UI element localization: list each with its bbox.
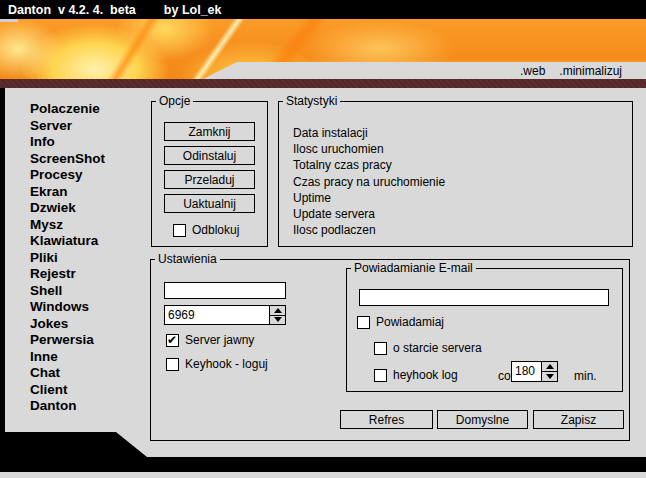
interval-spin-up-button[interactable] [542,362,557,372]
powiadamianie-groupbox: Powiadamianie E-mail Powiadamiaj o starc… [346,268,623,392]
odinstaluj-button[interactable]: Odinstaluj [164,146,255,165]
sidebar-item-chat[interactable]: Chat [30,365,105,382]
port-value[interactable]: 6969 [165,306,269,324]
powiadamiaj-checkbox-row: Powiadamiaj [357,315,444,329]
sidebar-item-polaczenie[interactable]: Polaczenie [30,101,105,118]
sidebar-item-shell[interactable]: Shell [30,283,105,300]
sidebar-item-jokes[interactable]: Jokes [30,316,105,333]
port-spin-buttons [269,306,285,324]
server-jawny-checkbox[interactable] [166,334,179,347]
stat-data-instalacji: Data instalacji [293,125,445,141]
zapisz-button[interactable]: Zapisz [533,410,624,429]
powiadamiaj-label: Powiadamiaj [376,315,444,329]
odblokuj-label: Odblokuj [192,223,239,237]
sidebar-item-windows[interactable]: Windows [30,299,105,316]
sidebar-item-perwersia[interactable]: Perwersia [30,332,105,349]
arrow-down-icon [546,374,554,379]
sidebar-item-ekran[interactable]: Ekran [30,184,105,201]
interval-value[interactable]: 180 [512,362,541,381]
heyhook-log-checkbox-row: heyhook log [374,368,458,382]
sidebar-item-inne[interactable]: Inne [30,349,105,366]
powiadamianie-groupbox-label: Powiadamianie E-mail [351,262,476,275]
zamknij-button[interactable]: Zamknij [164,122,255,141]
interval-spin-buttons [541,362,557,381]
arrow-up-icon [546,364,554,369]
interval-spin-down-button[interactable] [542,372,557,381]
app-author: by Lol_ek [164,3,222,17]
stat-czas-na-uruchomienie: Czas pracy na uruchomienie [293,174,445,190]
left-edge-decoration [0,88,5,432]
sidebar-item-klawiatura[interactable]: Klawiatura [30,233,105,250]
odblokuj-checkbox-row: Odblokuj [173,223,239,237]
o-starcie-checkbox-row: o starcie servera [374,341,482,355]
odblokuj-checkbox[interactable] [173,224,186,237]
sidebar-item-procesy[interactable]: Procesy [30,167,105,184]
sidebar-item-info[interactable]: Info [30,134,105,151]
stat-uptime: Uptime [293,190,445,206]
sidebar-item-pliki[interactable]: Pliki [30,250,105,267]
port-spin-down-button[interactable] [270,316,285,325]
danton-window: Danton v 4.2. 4. beta by Lol_ek .web .mi… [0,0,646,478]
przeladuj-button[interactable]: Przeladuj [164,170,255,189]
domyslne-button[interactable]: Domyslne [437,410,528,429]
app-title: Danton v 4.2. 4. beta [8,3,136,17]
keyhook-label: Keyhook - loguj [185,357,268,371]
banner-corner-notch [0,19,18,22]
heyhook-log-label: heyhook log [393,368,458,382]
uaktualnij-button[interactable]: Uaktualnij [164,194,255,213]
sidebar-item-rejestr[interactable]: Rejestr [30,266,105,283]
arrow-up-icon [274,308,282,313]
sidebar-item-client[interactable]: Client [30,382,105,399]
opcje-groupbox-label: Opcje [156,95,193,108]
stat-ilosc-podlaczen: Ilosc podlaczen [293,222,445,238]
sidebar-item-mysz[interactable]: Mysz [30,217,105,234]
sidebar-item-dzwiek[interactable]: Dzwiek [30,200,105,217]
sidebar-menu: Polaczenie Server Info ScreenShot Proces… [30,101,105,415]
interval-spinner: 180 [511,361,558,382]
statystyki-groupbox-label: Statystyki [283,95,340,108]
o-starcie-servera-label: o starcie servera [393,341,482,355]
stat-totalny-czas: Totalny czas pracy [293,157,445,173]
web-link[interactable]: .web [520,64,545,78]
port-spin-up-button[interactable] [270,306,285,316]
flame-streak-decoration [92,19,162,79]
port-spinner: 6969 [164,305,286,325]
server-jawny-label: Server jawny [185,333,254,347]
ustawienia-groupbox-label: Ustawienia [155,253,220,266]
stat-update-servera: Update servera [293,206,445,222]
sidebar-item-screenshot[interactable]: ScreenShot [30,151,105,168]
keyhook-checkbox-row: Keyhook - loguj [166,357,268,371]
o-starcie-servera-checkbox[interactable] [374,342,387,355]
opcje-groupbox: Opcje Zamknij Odinstaluj Przeladuj Uaktu… [151,101,268,247]
maroon-divider [0,79,646,88]
refres-button[interactable]: Refres [340,410,433,429]
minimize-link[interactable]: .minimalizuj [559,64,622,78]
host-input[interactable] [164,282,286,299]
title-bar: Danton v 4.2. 4. beta by Lol_ek [0,0,646,19]
sidebar-item-danton[interactable]: Danton [30,398,105,415]
banner-link-strip: .web .minimalizuj [203,62,646,79]
statystyki-groupbox: Statystyki Data instalacji Ilosc uruchom… [278,101,633,247]
email-input[interactable] [359,289,609,306]
min-label: min. [574,369,597,383]
server-jawny-checkbox-row: Server jawny [166,333,254,347]
sidebar-item-server[interactable]: Server [30,118,105,135]
heyhook-log-checkbox[interactable] [374,369,387,382]
powiadamiaj-checkbox[interactable] [357,316,370,329]
statystyki-list: Data instalacji Ilosc uruchomien Totalny… [293,125,445,238]
stat-ilosc-uruchomien: Ilosc uruchomien [293,141,445,157]
arrow-down-icon [274,317,282,322]
keyhook-checkbox[interactable] [166,358,179,371]
